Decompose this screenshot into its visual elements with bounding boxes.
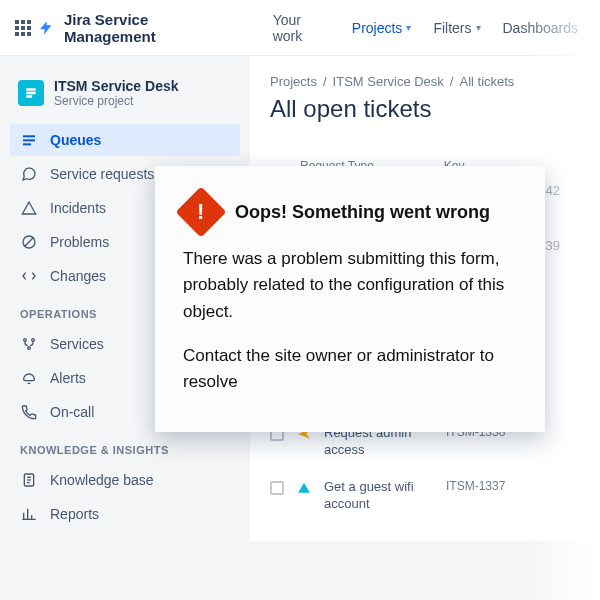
error-paragraph: Contact the site owner or administrator … [183,343,517,396]
checkbox[interactable] [270,481,284,495]
project-header[interactable]: ITSM Service Desk Service project [10,74,240,122]
queues-icon [20,132,38,148]
svg-point-15 [32,339,35,342]
slash-circle-icon [20,234,38,250]
ticket-summary: Get a guest wifi account [324,479,434,513]
bell-icon [20,370,38,386]
chevron-down-icon: ▾ [476,22,481,33]
svg-point-14 [24,339,27,342]
comment-icon [20,166,38,182]
product-name: Jira Service Management [64,11,231,45]
wifi-icon [296,479,312,495]
branches-icon [20,336,38,352]
breadcrumb-item[interactable]: Projects [270,74,317,89]
chevron-down-icon: ▾ [406,22,411,33]
breadcrumb: Projects / ITSM Service Desk / All ticke… [270,74,580,89]
sidebar-item-reports[interactable]: Reports [10,498,240,530]
phone-icon [20,404,38,420]
svg-rect-9 [23,135,35,137]
top-nav: Jira Service Management Your work Projec… [0,0,600,56]
svg-rect-3 [15,26,19,30]
error-body: There was a problem submitting this form… [183,246,517,396]
svg-rect-11 [23,143,31,145]
sidebar-item-label: Service requests [50,166,154,182]
nav-projects[interactable]: Projects ▾ [344,14,420,42]
nav-your-work[interactable]: Your work [265,6,338,50]
doc-icon [20,472,38,488]
svg-rect-1 [21,20,25,24]
svg-rect-6 [15,32,19,36]
chart-icon [20,506,38,522]
arrows-icon [20,268,38,284]
sidebar-item-label: Problems [50,234,109,250]
nav-dashboards[interactable]: Dashboards [495,14,587,42]
sidebar-item-label: Reports [50,506,99,522]
svg-rect-4 [21,26,25,30]
svg-rect-10 [23,139,35,141]
sidebar-item-label: Incidents [50,200,106,216]
sidebar-item-label: Changes [50,268,106,284]
svg-rect-7 [21,32,25,36]
svg-rect-0 [15,20,19,24]
sidebar-item-label: Queues [50,132,101,148]
svg-rect-8 [27,32,31,36]
error-icon: ! [176,187,227,238]
table-row[interactable]: Get a guest wifi account ITSM-1337 [270,469,580,523]
page-title: All open tickets [270,95,580,123]
svg-point-16 [28,347,31,350]
nav-filters-label: Filters [433,20,471,36]
ticket-key: ITSM-1337 [446,479,505,493]
svg-line-13 [24,237,33,246]
sidebar-item-label: On-call [50,404,94,420]
triangle-warning-icon [20,200,38,216]
app-switcher-icon[interactable] [14,19,32,37]
svg-rect-2 [27,20,31,24]
svg-rect-5 [27,26,31,30]
sidebar-item-knowledge-base[interactable]: Knowledge base [10,464,240,496]
sidebar-item-queues[interactable]: Queues [10,124,240,156]
sidebar-heading-knowledge: Knowledge & Insights [10,430,240,462]
error-title: Oops! Something went wrong [235,202,490,223]
project-avatar-icon [18,80,44,106]
error-modal: ! Oops! Something went wrong There was a… [155,166,545,432]
project-name: ITSM Service Desk [54,78,179,94]
nav-projects-label: Projects [352,20,403,36]
sidebar-item-label: Alerts [50,370,86,386]
sidebar-item-label: Services [50,336,104,352]
breadcrumb-item[interactable]: ITSM Service Desk [333,74,444,89]
sidebar-item-label: Knowledge base [50,472,154,488]
project-subtitle: Service project [54,94,179,108]
error-paragraph: There was a problem submitting this form… [183,246,517,325]
nav-filters[interactable]: Filters ▾ [425,14,488,42]
breadcrumb-item[interactable]: All tickets [459,74,514,89]
jira-logo-icon [38,20,54,36]
